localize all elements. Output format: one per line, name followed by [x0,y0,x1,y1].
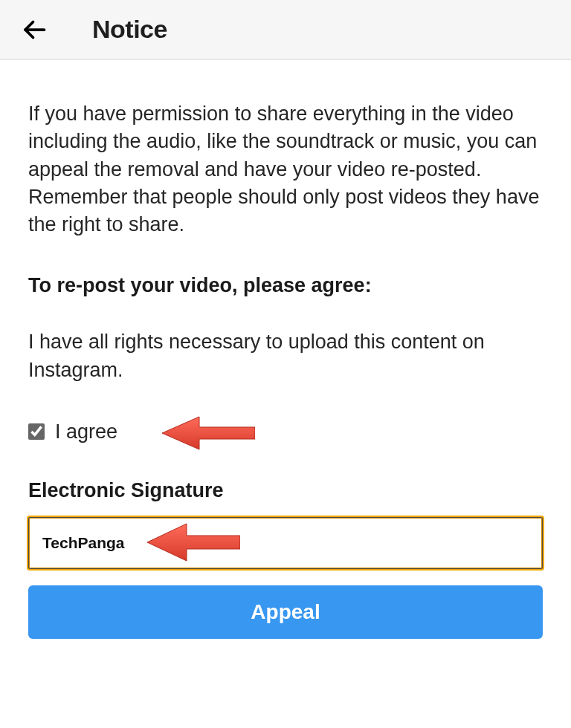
header-bar: Notice [0,0,571,60]
rights-statement: I have all rights necessary to upload th… [28,328,543,385]
agree-checkbox-row: I agree [28,420,543,443]
back-arrow-icon[interactable] [21,16,48,43]
main-paragraph: If you have permission to share everythi… [28,100,543,238]
annotation-arrow-icon [158,415,255,452]
appeal-button[interactable]: Appeal [28,585,543,639]
signature-input[interactable] [28,517,543,569]
signature-heading: Electronic Signature [28,479,543,502]
page-title: Notice [92,15,167,44]
agree-checkbox[interactable] [28,423,45,440]
content-area: If you have permission to share everythi… [0,60,571,639]
agree-checkbox-label: I agree [55,420,117,443]
agree-heading: To re-post your video, please agree: [28,274,543,297]
signature-field-wrap [28,517,543,569]
